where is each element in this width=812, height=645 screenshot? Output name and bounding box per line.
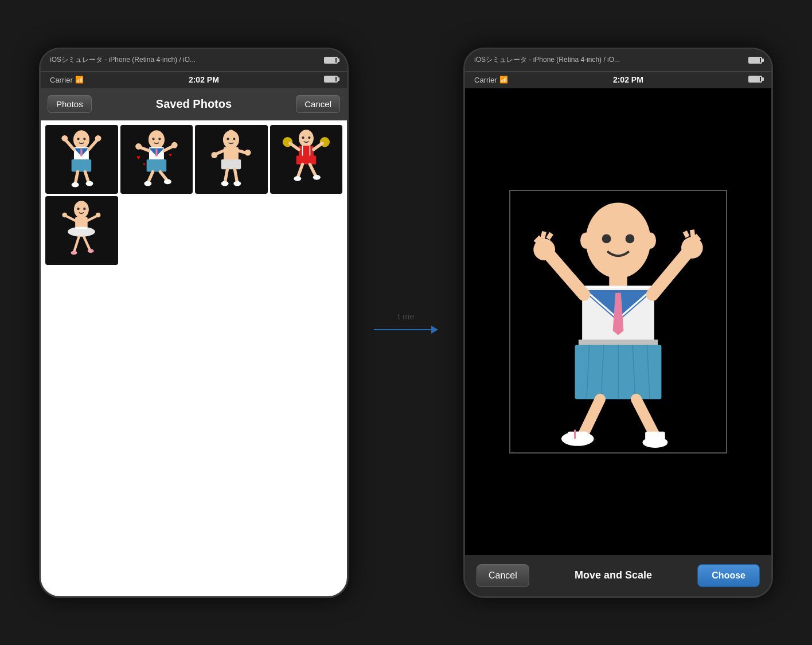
svg-point-61 — [308, 136, 310, 139]
svg-line-92 — [548, 253, 584, 294]
svg-line-56 — [298, 164, 303, 178]
photo-thumb-4[interactable] — [270, 125, 343, 194]
svg-point-59 — [313, 175, 321, 180]
svg-text:♥: ♥ — [169, 151, 171, 157]
photo-thumb-1[interactable] — [45, 125, 118, 194]
svg-point-68 — [96, 212, 101, 217]
svg-point-7 — [62, 135, 68, 141]
time-1: 2:02 PM — [189, 75, 219, 84]
svg-line-54 — [290, 143, 299, 149]
status-bar-title-2: iOSシミュレータ - iPhone (Retina 4-inch) / iO.… — [474, 55, 748, 65]
time-2: 2:02 PM — [613, 75, 643, 84]
battery-icon-1 — [324, 75, 338, 85]
svg-point-74 — [83, 208, 85, 210]
page-wrapper: iOSシミュレータ - iPhone (Retina 4-inch) / iO.… — [0, 0, 812, 645]
arrow-label: t me — [397, 311, 414, 321]
carrier-label-2: Carrier 📶 — [474, 76, 508, 84]
svg-rect-104 — [568, 431, 588, 440]
svg-point-67 — [63, 212, 68, 217]
svg-rect-48 — [299, 146, 314, 157]
svg-point-46 — [229, 130, 234, 135]
svg-line-9 — [75, 171, 77, 184]
toolbar-cancel-button[interactable]: Cancel — [477, 564, 529, 587]
nav-title-1: Saved Photos — [156, 97, 232, 111]
battery-indicator — [324, 57, 338, 64]
svg-point-45 — [233, 138, 235, 140]
status-bar-title-1: iOSシミュレータ - iPhone (Retina 4-inch) / iO.… — [50, 55, 324, 65]
svg-line-106 — [636, 399, 654, 434]
svg-point-62 — [74, 201, 89, 218]
svg-line-6 — [89, 139, 97, 149]
svg-line-70 — [84, 236, 91, 250]
svg-rect-34 — [224, 147, 239, 161]
carrier-bar-2: Carrier 📶 2:02 PM — [465, 71, 771, 88]
cancel-button-1[interactable]: Cancel — [296, 95, 340, 113]
svg-point-39 — [245, 149, 251, 155]
svg-text:♥: ♥ — [143, 161, 146, 166]
svg-point-42 — [221, 181, 229, 186]
svg-text:♥: ♥ — [136, 154, 140, 161]
svg-point-47 — [299, 130, 314, 147]
svg-point-0 — [73, 130, 89, 148]
svg-line-95 — [542, 231, 544, 239]
svg-line-66 — [88, 216, 97, 221]
svg-point-22 — [135, 143, 142, 149]
carrier-label-1: Carrier 📶 — [50, 76, 84, 84]
svg-rect-35 — [221, 159, 241, 169]
carrier-bar-1: Carrier 📶 2:02 PM — [41, 71, 347, 88]
svg-line-96 — [548, 233, 551, 239]
back-button[interactable]: Photos — [48, 95, 92, 113]
svg-point-79 — [645, 232, 656, 248]
phone2: iOSシミュレータ - iPhone (Retina 4-inch) / iO.… — [463, 48, 773, 598]
svg-point-60 — [302, 136, 304, 139]
svg-rect-19 — [146, 159, 166, 172]
status-bar-1: iOSシミュレータ - iPhone (Retina 4-inch) / iO.… — [41, 49, 347, 71]
svg-point-78 — [580, 232, 591, 248]
svg-point-15 — [149, 130, 165, 148]
svg-point-38 — [212, 152, 218, 158]
svg-point-71 — [71, 251, 77, 254]
svg-point-14 — [83, 138, 85, 140]
wifi-icon-1: 📶 — [75, 76, 84, 84]
status-bar-2: iOSシミュレータ - iPhone (Retina 4-inch) / iO.… — [465, 49, 771, 71]
svg-point-75 — [585, 202, 650, 278]
svg-line-101 — [685, 231, 688, 236]
bottom-toolbar: Cancel Move and Scale Choose — [465, 555, 771, 596]
svg-line-41 — [235, 169, 237, 183]
nav-bar-1: Photos Saved Photos Cancel — [41, 88, 347, 120]
photo-thumb-3[interactable] — [195, 125, 268, 194]
svg-point-8 — [95, 135, 102, 141]
wifi-icon-2: 📶 — [499, 76, 508, 84]
choose-button[interactable]: Choose — [697, 564, 760, 587]
viewer-area — [465, 88, 771, 555]
photo-thumb-5[interactable] — [45, 196, 118, 265]
svg-point-27 — [164, 179, 171, 184]
arrow-section: t me — [372, 311, 440, 334]
svg-line-55 — [314, 143, 322, 149]
svg-point-76 — [602, 234, 611, 243]
svg-point-31 — [152, 138, 154, 140]
svg-point-23 — [171, 142, 178, 148]
svg-point-73 — [77, 208, 80, 210]
toolbar-title: Move and Scale — [575, 569, 652, 581]
svg-point-11 — [72, 182, 79, 187]
svg-rect-4 — [72, 159, 92, 172]
svg-point-58 — [294, 176, 301, 181]
svg-line-100 — [692, 229, 693, 237]
svg-line-102 — [582, 399, 600, 437]
svg-point-13 — [77, 138, 80, 140]
svg-point-108 — [642, 437, 667, 448]
svg-line-40 — [225, 169, 227, 183]
svg-point-26 — [144, 181, 151, 186]
svg-point-72 — [88, 249, 94, 252]
svg-point-43 — [234, 181, 241, 186]
svg-line-57 — [310, 164, 316, 177]
battery-indicator-2 — [748, 57, 762, 64]
svg-line-5 — [65, 139, 74, 149]
image-preview-box[interactable] — [509, 190, 727, 454]
svg-point-12 — [86, 181, 93, 186]
svg-rect-51 — [296, 155, 316, 164]
svg-point-77 — [626, 234, 635, 243]
svg-line-69 — [74, 236, 79, 252]
photo-thumb-2[interactable]: ♥ ♥ ♥ — [120, 125, 193, 194]
